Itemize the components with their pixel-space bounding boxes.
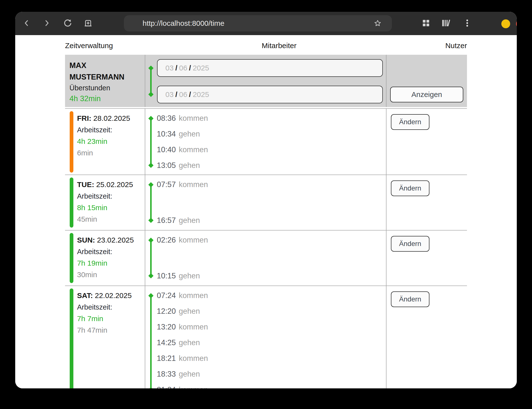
aendern-button[interactable]: Ändern [391,236,429,252]
entry-time: 07:57 [157,180,176,189]
aendern-button[interactable]: Ändern [391,180,429,196]
tab-overview-button[interactable] [422,12,430,35]
entry-time: 21:24 [157,385,176,388]
employee-header-row: MAX MUSTERMANN Überstunden 4h 32min 03/0… [65,55,467,107]
day-actions: Ändern [386,175,467,230]
browser-window: http://localhost:8000/time [15,12,517,388]
url-bar[interactable]: http://localhost:8000/time [124,15,392,31]
date-to-month: 06 [179,90,187,99]
weekday-label: SAT: [77,291,93,300]
overtime-label: Überstunden [69,84,145,92]
day-row: SAT:22.02.2025 Arbeitszeit: 7h 7min 7h 4… [65,286,467,388]
day-row: FRI:28.02.2025 Arbeitszeit: 4h 23min 6mi… [65,108,467,175]
diamond-arrow-icon [148,92,153,97]
entry-type: kommen [179,180,208,189]
entry-type: kommen [179,236,208,245]
day-status-bar [70,111,73,173]
entry-type: gehen [179,307,200,316]
time-entry: 07:24kommen [145,288,386,303]
browser-toolbar: http://localhost:8000/time [15,12,517,35]
diamond-arrow-icon [148,66,153,71]
entry-time: 10:34 [157,130,176,138]
date-range-connector [150,68,152,95]
time-range-connector [150,296,152,388]
day-summary: SAT:22.02.2025 Arbeitszeit: 7h 7min 7h 4… [65,286,145,388]
time-entry: 13:05gehen [145,158,386,173]
date-separator: / [189,64,191,72]
employee-summary: MAX MUSTERMANN Überstunden 4h 32min [65,55,145,107]
close-window-button[interactable] [516,19,517,28]
date-to-input[interactable]: 03/06/2025 [157,86,383,103]
date-filter: 03/06/2025 03/06/2025 [145,55,386,107]
time-entry: 08:36kommen [145,110,386,126]
entry-type: gehen [179,216,200,225]
entry-time: 13:05 [157,161,176,170]
bookmark-star-icon[interactable] [373,19,382,29]
new-tab-button[interactable] [83,12,93,35]
day-heading: SUN:23.02.2025 [77,236,145,244]
time-entries: 07:24kommen12:20gehen13:20kommen14:25geh… [145,286,386,388]
date-to-year: 2025 [193,90,209,99]
time-entry: 18:33gehen [145,366,386,382]
date-separator: / [175,64,177,72]
date-to-day: 03 [165,90,173,99]
reload-button[interactable] [62,12,73,35]
entry-type: kommen [179,114,208,123]
back-button[interactable] [22,12,31,35]
forward-icon [43,19,51,28]
entry-time: 02:26 [157,236,176,245]
aendern-button[interactable]: Ändern [391,114,429,130]
nav-item-mitarbeiter[interactable]: Mitarbeiter [262,41,297,50]
date-from-day: 03 [165,64,173,72]
nav-item-zeitverwaltung[interactable]: Zeitverwaltung [65,41,113,50]
time-entry: 14:25gehen [145,335,386,351]
entry-time: 18:21 [157,354,176,363]
weekday-label: SUN: [77,236,95,244]
date-from-input[interactable]: 03/06/2025 [157,59,383,77]
day-actions: Ändern [386,286,467,388]
entry-type: kommen [179,323,208,331]
day-status-bar [70,177,73,228]
nav-item-nutzer[interactable]: Nutzer [445,41,467,50]
library-button[interactable] [441,12,451,35]
back-icon [22,19,31,28]
forward-button[interactable] [42,12,51,35]
time-entry: 21:24kommen [145,382,386,388]
worktime-label: Arbeitszeit: [77,248,145,256]
day-status-bar [70,288,73,388]
entry-type: kommen [179,145,208,154]
entry-time: 13:20 [157,323,176,331]
entry-type: gehen [179,338,200,347]
screenshot-stage: http://localhost:8000/time [0,0,532,409]
pause-value: 45min [77,215,145,223]
time-entry: 10:15gehen [145,268,386,284]
day-heading: FRI:28.02.2025 [77,114,145,123]
date-separator: / [175,90,177,99]
entry-time: 14:25 [157,338,176,347]
day-actions: Ändern [386,109,467,175]
aendern-button[interactable]: Ändern [391,291,429,307]
worktime-label: Arbeitszeit: [77,303,145,311]
worktime-label: Arbeitszeit: [77,192,145,200]
time-range-connector [150,185,152,220]
anzeigen-button[interactable]: Anzeigen [390,87,463,102]
entry-time: 10:40 [157,145,176,154]
menu-kebab-icon [464,18,470,29]
day-summary: SUN:23.02.2025 Arbeitszeit: 7h 19min 30m… [65,231,145,286]
time-entry: 18:21kommen [145,351,386,366]
minimize-window-button[interactable] [501,19,510,28]
weekday-label: TUE: [77,180,94,189]
menu-button[interactable] [464,12,470,35]
pause-value: 30min [77,271,145,279]
time-range-connector [150,240,152,276]
date-separator: / [189,90,191,99]
time-entry: 07:57kommen [145,177,386,192]
date-label: 28.02.2025 [93,114,130,122]
time-entry: 16:57gehen [145,213,386,228]
time-entry: 13:20kommen [145,319,386,335]
entry-type: gehen [179,130,200,138]
overtime-value: 4h 32min [69,94,145,103]
worktime-value: 8h 15min [77,204,145,212]
time-entries: 08:36kommen10:34gehen10:40kommen13:05geh… [145,109,386,175]
tab-grid-icon [422,19,430,28]
